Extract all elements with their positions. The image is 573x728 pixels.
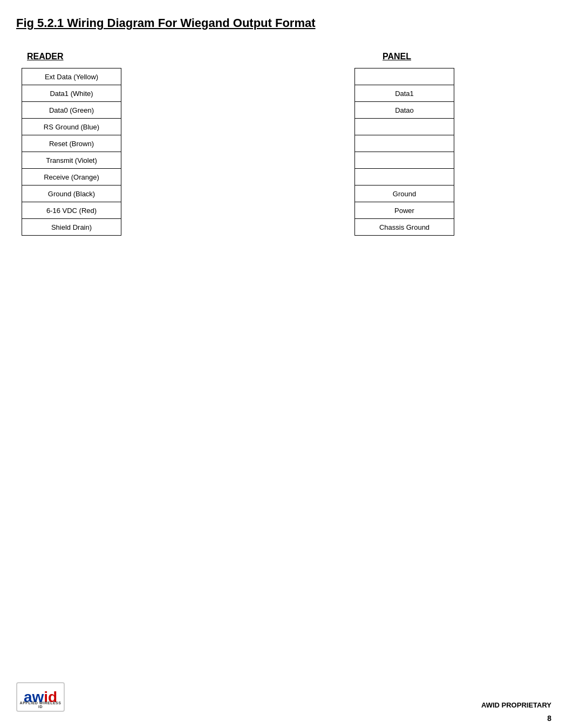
svg-line-2 [235, 63, 246, 74]
page-number: 8 [547, 714, 551, 723]
svg-text:Braid: Braid [227, 56, 247, 65]
footer: awid APPLIED WIRELESS ID [16, 682, 65, 712]
logo-box: awid APPLIED WIRELESS ID [16, 682, 65, 712]
svg-line-12 [215, 75, 261, 145]
svg-text:Ground: Ground [203, 256, 226, 264]
awid-logo: awid APPLIED WIRELESS ID [16, 682, 65, 712]
page-title: Fig 5.2.1 Wiring Diagram For Wiegand Out… [16, 16, 557, 30]
wiring-diagram: READER PANEL Ext Data (Yellow)Data1 (Whi… [16, 46, 557, 338]
wiring-svg: BraidEarthGround [16, 46, 557, 338]
svg-line-13 [215, 75, 261, 110]
svg-text:Earth: Earth [203, 248, 220, 256]
proprietary-text: AWID PROPRIETARY [481, 701, 551, 709]
logo-subtitle: APPLIED WIRELESS ID [17, 701, 64, 709]
